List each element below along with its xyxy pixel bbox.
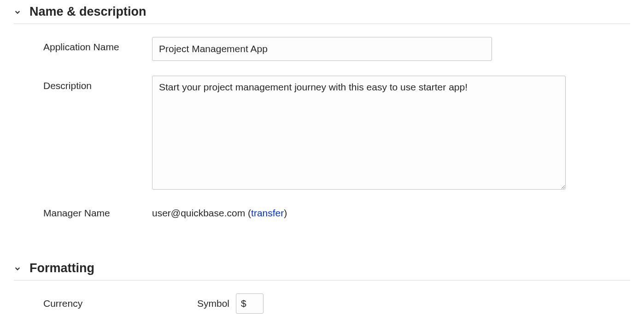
chevron-down-icon (14, 265, 21, 272)
manager-name-value: user@quickbase.com (transfer) (152, 207, 287, 219)
manager-name-label: Manager Name (14, 207, 152, 219)
application-name-label: Application Name (14, 37, 152, 53)
section-header-formatting[interactable]: Formatting (14, 261, 630, 280)
manager-email: user@quickbase.com (152, 208, 245, 218)
section-title-name-description: Name & description (29, 5, 146, 19)
paren-close: ) (284, 208, 287, 218)
currency-symbol-input[interactable] (236, 293, 263, 314)
description-textarea[interactable]: Start your project management journey wi… (152, 76, 566, 190)
description-label: Description (14, 76, 152, 91)
application-name-input[interactable] (152, 37, 492, 61)
chevron-down-icon (14, 8, 21, 16)
section-header-name-description[interactable]: Name & description (14, 5, 630, 24)
symbol-label: Symbol (197, 298, 229, 309)
transfer-link[interactable]: transfer (251, 208, 284, 218)
currency-label: Currency (14, 298, 152, 309)
section-title-formatting: Formatting (29, 261, 94, 275)
